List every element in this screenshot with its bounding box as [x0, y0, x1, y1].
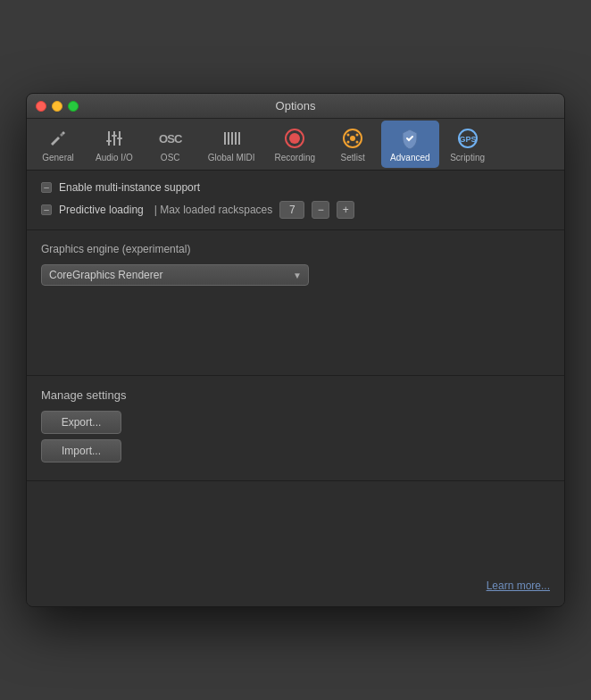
tab-recording-label: Recording [275, 153, 316, 162]
svg-rect-1 [108, 142, 110, 146]
multi-instance-checkbox[interactable] [41, 182, 52, 193]
tab-global-midi-label: Global MIDI [208, 153, 255, 162]
predictive-loading-checkbox[interactable] [41, 204, 52, 215]
svg-rect-3 [113, 137, 115, 146]
main-content: Enable multi-instance support Predictive… [27, 171, 564, 606]
tab-scripting[interactable]: GPS Scripting [441, 121, 495, 168]
svg-rect-0 [108, 131, 110, 140]
window-controls [36, 101, 79, 112]
setlist-icon [340, 126, 365, 151]
svg-text:GPS: GPS [459, 135, 476, 144]
svg-point-18 [347, 134, 350, 137]
tab-scripting-label: Scripting [450, 153, 485, 162]
osc-icon: OSC [158, 126, 183, 151]
shield-icon [397, 126, 422, 151]
tab-recording[interactable]: Recording [266, 121, 325, 168]
manage-section: Manage settings Export... Import... [27, 376, 564, 481]
tab-setlist-label: Setlist [340, 153, 364, 162]
svg-point-15 [289, 133, 300, 144]
svg-rect-12 [235, 132, 237, 145]
svg-rect-10 [228, 132, 229, 145]
svg-rect-11 [231, 132, 233, 145]
predictive-loading-label: Predictive loading [59, 204, 144, 216]
window-title: Options [276, 99, 316, 112]
record-icon [282, 126, 307, 151]
renderer-select-wrapper: CoreGraphics Renderer OpenGL Renderer ▼ [41, 264, 309, 286]
renderer-select[interactable]: CoreGraphics Renderer OpenGL Renderer [41, 264, 309, 286]
predictive-loading-row: Predictive loading | Max loaded rackspac… [41, 201, 550, 219]
svg-point-21 [356, 141, 359, 144]
tab-osc-label: OSC [161, 153, 180, 162]
title-bar: Options [27, 94, 564, 119]
svg-point-20 [347, 141, 350, 144]
svg-rect-7 [112, 135, 117, 137]
export-button[interactable]: Export... [41, 411, 121, 434]
svg-point-19 [356, 134, 359, 137]
tab-global-midi[interactable]: Global MIDI [199, 121, 264, 168]
options-window: Options General [26, 93, 565, 607]
sliders-icon [102, 126, 127, 151]
tab-osc[interactable]: OSC OSC [144, 121, 197, 168]
svg-rect-9 [224, 132, 226, 145]
tab-general[interactable]: General [31, 121, 85, 168]
svg-rect-4 [119, 131, 121, 138]
graphics-title: Graphics engine (experimental) [41, 243, 550, 255]
max-loaded-value: 7 [279, 201, 304, 219]
tab-advanced-label: Advanced [390, 153, 429, 162]
svg-rect-5 [119, 139, 121, 146]
minimize-button[interactable] [52, 101, 62, 112]
svg-rect-13 [238, 132, 240, 145]
manage-title: Manage settings [41, 388, 550, 402]
stepper-minus-button[interactable]: − [312, 201, 329, 219]
svg-rect-6 [106, 140, 112, 142]
graphics-section: Graphics engine (experimental) CoreGraph… [27, 230, 564, 376]
midi-icon [219, 126, 244, 151]
wrench-icon [46, 126, 71, 151]
multi-instance-row: Enable multi-instance support [41, 181, 550, 194]
maximize-button[interactable] [68, 101, 79, 112]
tab-setlist[interactable]: Setlist [326, 121, 379, 168]
tab-audio-io[interactable]: Audio I/O [87, 121, 142, 168]
learn-more-link[interactable]: Learn more... [487, 579, 550, 592]
tab-general-label: General [42, 153, 74, 162]
tab-audio-io-label: Audio I/O [96, 153, 133, 162]
stepper-plus-button[interactable]: + [337, 201, 354, 219]
gps-icon: GPS [455, 126, 480, 151]
multi-instance-label: Enable multi-instance support [59, 181, 200, 194]
toolbar: General Audio I/O [27, 119, 564, 171]
max-loaded-label: | Max loaded rackspaces [154, 204, 273, 216]
footer-section: Learn more... [27, 481, 564, 606]
svg-rect-8 [117, 138, 122, 139]
close-button[interactable] [36, 101, 46, 112]
svg-rect-2 [113, 131, 115, 135]
checkboxes-section: Enable multi-instance support Predictive… [27, 171, 564, 230]
import-button[interactable]: Import... [41, 439, 121, 462]
tab-advanced[interactable]: Advanced [381, 121, 438, 168]
svg-point-17 [350, 136, 355, 141]
